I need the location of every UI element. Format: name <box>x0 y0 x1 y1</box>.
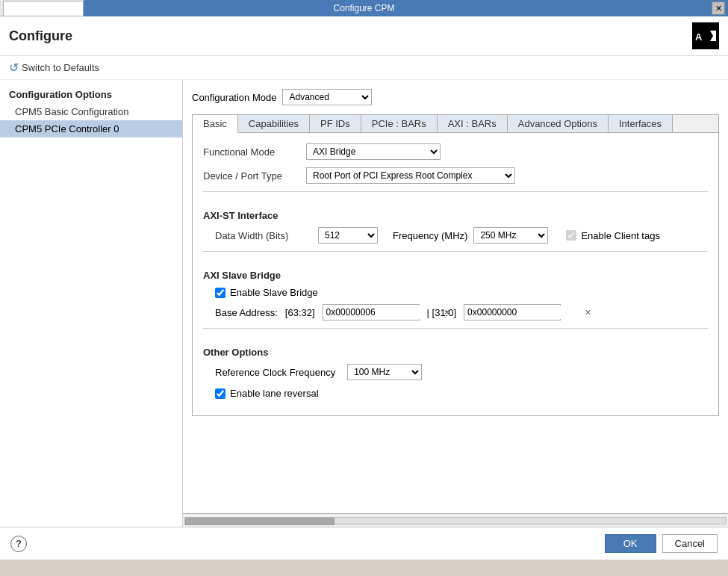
enable-client-tags-checkbox <box>566 230 576 241</box>
help-button[interactable]: ? <box>10 536 27 552</box>
tab-advanced-options[interactable]: Advanced Options <box>508 115 609 132</box>
base-address-63-32-field: ✕ <box>323 304 420 320</box>
tab-pcie-bars[interactable]: PCIe : BARs <box>361 115 438 132</box>
device-port-type-select[interactable]: Root Port of PCI Express Root Complex En… <box>306 167 515 184</box>
data-width-select[interactable]: 64 128 256 512 <box>318 227 378 244</box>
svg-text:A: A <box>695 31 703 43</box>
base-address-31-0-label: | [31:0] <box>427 307 457 318</box>
enable-client-tags-label: Enable Client tags <box>581 230 660 241</box>
axi-st-title: AXI-ST Interface <box>203 210 708 221</box>
base-address-31-0-field: ✕ <box>464 304 561 320</box>
enable-slave-bridge-row: Enable Slave Bridge <box>203 287 708 298</box>
ref-clock-label: Reference Clock Frequency <box>215 367 335 378</box>
switch-to-defaults-button[interactable]: ↺ Switch to Defaults <box>9 61 99 75</box>
functional-mode-select[interactable]: AXI Bridge DMA Bypass DMA <box>306 143 441 160</box>
title-bar: Configure CPM Configure CPM ✕ <box>0 0 728 16</box>
scroll-thumb[interactable] <box>185 518 335 525</box>
base-address-63-32-label: [63:32] <box>285 307 315 318</box>
toolbar: ↺ Switch to Defaults <box>0 56 728 80</box>
base-address-63-32-input[interactable] <box>323 306 441 319</box>
ok-button[interactable]: OK <box>605 534 656 553</box>
enable-client-tags-row: Enable Client tags <box>566 230 660 241</box>
device-port-type-label: Device / Port Type <box>203 170 300 182</box>
data-width-label: Data Width (Bits) <box>215 230 312 241</box>
amd-logo: A <box>692 22 719 49</box>
enable-lane-reversal-checkbox[interactable] <box>215 388 225 399</box>
window-header: Configure A <box>0 16 728 56</box>
scroll-track[interactable] <box>184 517 727 524</box>
content-area: Configuration Options CPM5 Basic Configu… <box>0 80 728 527</box>
axi-slave-section: AXI Slave Bridge Enable Slave Bridge Bas… <box>203 251 708 320</box>
enable-lane-reversal-label: Enable lane reversal <box>230 388 319 399</box>
tab-pf-ids[interactable]: PF IDs <box>310 115 361 132</box>
footer: ? OK Cancel <box>0 527 728 560</box>
base-address-31-0-clear[interactable]: ✕ <box>582 308 594 318</box>
close-button[interactable]: ✕ <box>712 1 725 15</box>
main-panel: Configuration Mode Basic Advanced Expert… <box>183 80 728 513</box>
frequency-select[interactable]: 100 MHz 250 MHz 500 MHz <box>473 227 548 244</box>
other-options-section: Other Options Reference Clock Frequency … <box>203 328 708 399</box>
footer-right: OK Cancel <box>605 534 718 553</box>
device-port-type-row: Device / Port Type Root Port of PCI Expr… <box>203 167 708 184</box>
tab-content-basic: Functional Mode AXI Bridge DMA Bypass DM… <box>193 133 718 415</box>
enable-slave-bridge-checkbox[interactable] <box>215 288 225 298</box>
other-options-title: Other Options <box>203 347 708 358</box>
sidebar-item-cpm5-pcie[interactable]: CPM5 PCIe Controller 0 <box>0 120 182 137</box>
enable-slave-bridge-label: Enable Slave Bridge <box>230 287 318 298</box>
sidebar: Configuration Options CPM5 Basic Configu… <box>0 80 183 527</box>
data-width-row: Data Width (Bits) 64 128 256 512 Frequen… <box>203 227 708 244</box>
sidebar-section-title: Configuration Options <box>0 86 182 103</box>
enable-lane-reversal-row: Enable lane reversal <box>203 388 708 399</box>
window-title-bar-text: Configure CPM <box>333 3 394 13</box>
ref-clock-row: Reference Clock Frequency 100 MHz 125 MH… <box>203 364 708 380</box>
tabs-header: Basic Capabilities PF IDs PCIe : BARs AX <box>193 115 718 133</box>
frequency-label: Frequency (MHz) <box>393 230 467 241</box>
tab-capabilities[interactable]: Capabilities <box>238 115 310 132</box>
tab-axi-bars[interactable]: AXI : BARs <box>438 115 508 132</box>
tab-basic[interactable]: Basic <box>193 115 238 133</box>
base-address-row: Base Address: [63:32] ✕ | [31:0] ✕ <box>203 304 708 320</box>
config-mode-row: Configuration Mode Basic Advanced Expert <box>192 89 719 105</box>
functional-mode-label: Functional Mode <box>203 146 300 158</box>
svg-marker-1 <box>710 31 716 41</box>
window-tab[interactable]: Configure CPM <box>3 1 84 16</box>
axi-slave-title: AXI Slave Bridge <box>203 270 708 281</box>
ref-clock-select[interactable]: 100 MHz 125 MHz 250 MHz <box>347 364 422 380</box>
tab-interfaces[interactable]: Interfaces <box>609 115 673 132</box>
config-mode-select[interactable]: Basic Advanced Expert <box>282 89 372 105</box>
refresh-icon: ↺ <box>9 61 19 75</box>
base-address-31-0-input[interactable] <box>464 306 582 319</box>
horizontal-scrollbar[interactable] <box>183 513 728 527</box>
axi-st-section: AXI-ST Interface Data Width (Bits) 64 12… <box>203 191 708 244</box>
functional-mode-row: Functional Mode AXI Bridge DMA Bypass DM… <box>203 143 708 160</box>
cancel-button[interactable]: Cancel <box>662 534 718 553</box>
page-title: Configure <box>9 28 72 44</box>
base-address-label: Base Address: <box>215 307 278 318</box>
footer-left: ? <box>10 536 27 552</box>
sidebar-item-cpm5-basic[interactable]: CPM5 Basic Configuration <box>0 103 182 120</box>
config-mode-label: Configuration Mode <box>192 92 276 103</box>
tabs-container: Basic Capabilities PF IDs PCIe : BARs AX <box>192 114 719 416</box>
